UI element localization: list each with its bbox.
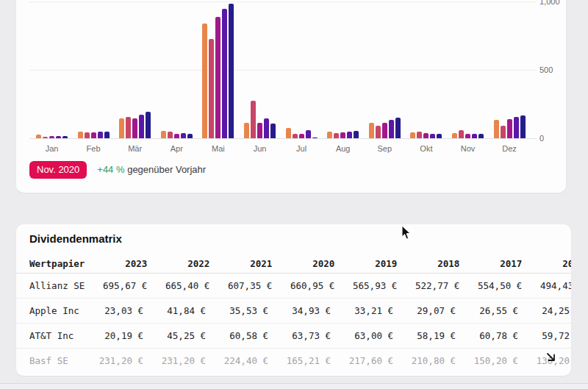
- bar[interactable]: [334, 133, 339, 138]
- bar[interactable]: [257, 123, 262, 138]
- dividend-value: 24,25 €: [518, 305, 571, 316]
- bar[interactable]: [472, 134, 477, 138]
- bar[interactable]: [244, 123, 249, 138]
- bar[interactable]: [56, 136, 61, 138]
- bar[interactable]: [98, 132, 103, 138]
- table-row[interactable]: Basf SE231,20 €231,20 €224,40 €165,21 €2…: [16, 348, 571, 373]
- bar[interactable]: [49, 136, 54, 138]
- bar-chart: [29, 0, 537, 139]
- bar[interactable]: [251, 101, 256, 138]
- bar[interactable]: [347, 132, 352, 138]
- security-name: Wertpapier: [29, 258, 85, 269]
- delta-label: gegenüber Vorjahr: [127, 164, 206, 175]
- bar-group-dez: [494, 115, 526, 138]
- bar[interactable]: [312, 138, 318, 139]
- bar[interactable]: [85, 132, 90, 138]
- dividend-value: 565,93 €: [334, 280, 397, 291]
- bar[interactable]: [270, 124, 276, 138]
- x-tick-label: Jan: [46, 144, 59, 153]
- dividend-value: 58,19 €: [393, 330, 456, 341]
- dividend-value: 231,20 €: [81, 355, 143, 366]
- bar[interactable]: [395, 118, 401, 138]
- bar-group-jun: [244, 101, 276, 138]
- dividend-value: 33,21 €: [331, 305, 393, 316]
- bar[interactable]: [494, 120, 499, 138]
- bar[interactable]: [119, 118, 124, 138]
- dividend-value: 63,00 €: [331, 330, 393, 341]
- bar-group-aug: [327, 131, 359, 138]
- dividend-value: 522,77 €: [397, 280, 459, 291]
- bar[interactable]: [286, 128, 291, 138]
- dividend-value: 150,20 €: [456, 355, 518, 366]
- table-row[interactable]: Apple Inc23,03 €41,84 €35,53 €34,93 €33,…: [16, 298, 571, 323]
- bar[interactable]: [501, 126, 506, 138]
- bar[interactable]: [389, 120, 394, 138]
- bar[interactable]: [202, 24, 207, 138]
- bar[interactable]: [514, 117, 519, 138]
- bar[interactable]: [146, 112, 151, 138]
- bar[interactable]: [293, 134, 298, 138]
- bar[interactable]: [327, 132, 332, 138]
- dividend-value: 224,40 €: [206, 355, 268, 366]
- bar[interactable]: [264, 118, 269, 138]
- bar[interactable]: [376, 126, 381, 138]
- dividend-value: 695,67 €: [85, 280, 147, 291]
- table-header-row[interactable]: Wertpapier202320222021202020192018201720…: [16, 254, 571, 273]
- bar[interactable]: [299, 134, 304, 138]
- bar[interactable]: [168, 132, 173, 138]
- arrow-down-right-icon[interactable]: [544, 350, 559, 365]
- bar[interactable]: [91, 132, 96, 138]
- bar[interactable]: [437, 134, 442, 138]
- gridline: [29, 70, 537, 71]
- table-row[interactable]: AT&T Inc20,19 €45,25 €60,58 €63,73 €63,0…: [16, 323, 571, 348]
- bar[interactable]: [478, 134, 484, 138]
- chart-card: 05001,000 Nov. 2020 +44 % gegenüber Vorj…: [16, 0, 566, 193]
- bar[interactable]: [215, 17, 220, 138]
- table-row[interactable]: Allianz SE695,67 €665,40 €607,35 €660,95…: [16, 273, 571, 298]
- bar[interactable]: [78, 132, 83, 138]
- bar-group-jan: [36, 135, 68, 138]
- bar[interactable]: [174, 134, 179, 138]
- bar[interactable]: [369, 123, 374, 138]
- bar[interactable]: [161, 131, 166, 138]
- bar[interactable]: [423, 133, 429, 138]
- bar[interactable]: [209, 39, 214, 138]
- bar[interactable]: [36, 135, 41, 138]
- dividend-value: 2021: [209, 258, 272, 269]
- bar[interactable]: [139, 115, 144, 138]
- bar[interactable]: [382, 123, 387, 138]
- bar[interactable]: [181, 133, 186, 138]
- bar[interactable]: [410, 132, 415, 138]
- period-badge[interactable]: Nov. 2020: [29, 161, 87, 179]
- bar[interactable]: [62, 136, 68, 138]
- bar[interactable]: [104, 132, 110, 138]
- bar[interactable]: [354, 131, 359, 138]
- dividend-value: 2022: [147, 258, 209, 269]
- dividend-value: 34,93 €: [268, 305, 331, 316]
- bar[interactable]: [520, 115, 526, 138]
- dividend-value: 665,40 €: [147, 280, 209, 291]
- bar[interactable]: [459, 130, 464, 138]
- dividend-value: 23,03 €: [81, 305, 143, 316]
- dividend-value: 60,78 €: [456, 330, 518, 341]
- bar[interactable]: [229, 4, 234, 138]
- bar[interactable]: [222, 9, 227, 138]
- bar[interactable]: [306, 130, 311, 138]
- dividend-value: 29,07 €: [393, 305, 456, 316]
- x-tick-label: Dez: [502, 144, 517, 153]
- bar[interactable]: [465, 134, 470, 138]
- bar[interactable]: [43, 137, 48, 138]
- bar[interactable]: [452, 133, 457, 138]
- dividend-value: 217,60 €: [331, 355, 393, 366]
- dividend-value: 2017: [459, 258, 522, 269]
- bar[interactable]: [507, 119, 512, 138]
- bar[interactable]: [126, 117, 131, 138]
- bar[interactable]: [340, 132, 345, 138]
- dividend-value: 2016: [522, 258, 571, 269]
- bar-group-sep: [369, 118, 401, 138]
- security-name: Allianz SE: [29, 280, 85, 291]
- bar[interactable]: [417, 132, 422, 138]
- bar[interactable]: [132, 118, 137, 138]
- bar[interactable]: [187, 134, 193, 139]
- bar[interactable]: [430, 134, 435, 139]
